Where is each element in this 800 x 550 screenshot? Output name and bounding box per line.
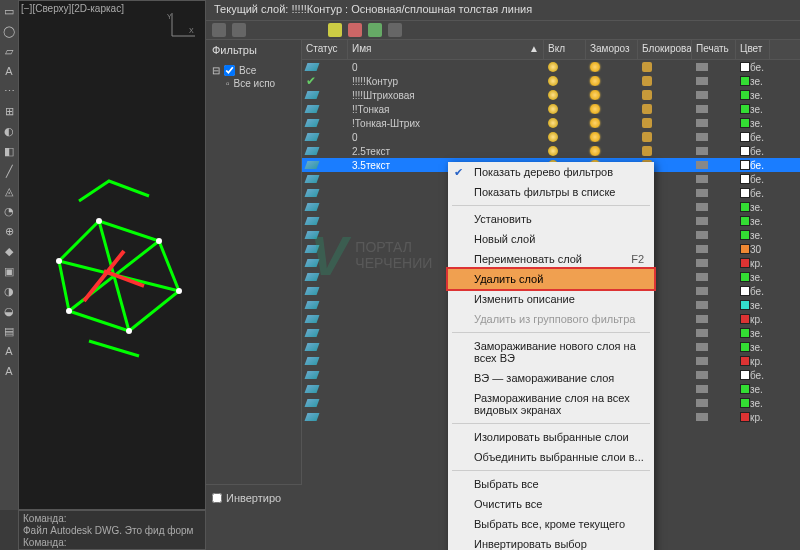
table-row[interactable]: 0 бе.: [302, 130, 800, 144]
bulb-icon[interactable]: [548, 118, 558, 128]
color-swatch[interactable]: [740, 202, 750, 212]
layer-icon[interactable]: [388, 23, 402, 37]
color-swatch[interactable]: [740, 286, 750, 296]
printer-icon[interactable]: [696, 357, 708, 365]
printer-icon[interactable]: [696, 217, 708, 225]
col-status[interactable]: Статус: [302, 40, 348, 59]
color-swatch[interactable]: [740, 342, 750, 352]
filter-tree[interactable]: ⊟ Все ▫ Все испо: [206, 60, 301, 94]
table-row[interactable]: !!Тонкая зе.: [302, 102, 800, 116]
printer-icon[interactable]: [696, 385, 708, 393]
printer-icon[interactable]: [696, 105, 708, 113]
color-swatch[interactable]: [740, 258, 750, 268]
printer-icon[interactable]: [696, 175, 708, 183]
col-plot[interactable]: Печать: [692, 40, 736, 59]
color-swatch[interactable]: [740, 328, 750, 338]
menu-item[interactable]: Изолировать выбранные слои: [448, 427, 654, 447]
tool-item[interactable]: A: [2, 364, 16, 378]
table-row[interactable]: !Тонкая-Штрих зе.: [302, 116, 800, 130]
table-row[interactable]: !!!!Штриховая зе.: [302, 88, 800, 102]
printer-icon[interactable]: [696, 259, 708, 267]
printer-icon[interactable]: [696, 147, 708, 155]
menu-item[interactable]: Установить: [448, 209, 654, 229]
layer-icon[interactable]: [368, 23, 382, 37]
lock-icon[interactable]: [642, 62, 652, 72]
bulb-icon[interactable]: [548, 146, 558, 156]
color-swatch[interactable]: [740, 188, 750, 198]
color-swatch[interactable]: [740, 160, 750, 170]
color-swatch[interactable]: [740, 118, 750, 128]
printer-icon[interactable]: [696, 189, 708, 197]
lock-icon[interactable]: [642, 76, 652, 86]
tool-item[interactable]: ▱: [2, 44, 16, 58]
sun-icon[interactable]: [590, 132, 600, 142]
sun-icon[interactable]: [590, 104, 600, 114]
color-swatch[interactable]: [740, 370, 750, 380]
col-freeze[interactable]: Замороз: [586, 40, 638, 59]
color-swatch[interactable]: [740, 272, 750, 282]
tool-item[interactable]: ◐: [2, 124, 16, 138]
lock-icon[interactable]: [642, 90, 652, 100]
tree-row-all[interactable]: ⊟ Все: [212, 64, 295, 77]
menu-item[interactable]: Выбрать все: [448, 474, 654, 494]
tool-item[interactable]: ◔: [2, 204, 16, 218]
menu-item[interactable]: Показать фильтры в списке: [448, 182, 654, 202]
printer-icon[interactable]: [696, 371, 708, 379]
lock-icon[interactable]: [642, 104, 652, 114]
color-swatch[interactable]: [740, 90, 750, 100]
sun-icon[interactable]: [590, 90, 600, 100]
sun-icon[interactable]: [590, 62, 600, 72]
menu-item[interactable]: Удалить слой: [448, 269, 654, 289]
printer-icon[interactable]: [696, 203, 708, 211]
table-row[interactable]: ✔!!!!!Контур зе.: [302, 74, 800, 88]
menu-item[interactable]: Выбрать все, кроме текущего: [448, 514, 654, 534]
menu-item[interactable]: Изменить описание: [448, 289, 654, 309]
color-swatch[interactable]: [740, 300, 750, 310]
printer-icon[interactable]: [696, 329, 708, 337]
color-swatch[interactable]: [740, 146, 750, 156]
printer-icon[interactable]: [696, 231, 708, 239]
tool-item[interactable]: A: [2, 344, 16, 358]
bulb-icon[interactable]: [548, 90, 558, 100]
color-swatch[interactable]: [740, 174, 750, 184]
color-swatch[interactable]: [740, 132, 750, 142]
lock-icon[interactable]: [642, 132, 652, 142]
menu-item[interactable]: Показать дерево фильтров: [448, 162, 654, 182]
col-lock[interactable]: Блокирова: [638, 40, 692, 59]
tool-item[interactable]: ◯: [2, 24, 16, 38]
color-swatch[interactable]: [740, 230, 750, 240]
color-swatch[interactable]: [740, 356, 750, 366]
tool-item[interactable]: ◑: [2, 284, 16, 298]
tool-item[interactable]: ▭: [2, 4, 16, 18]
col-name[interactable]: Имя ▲: [348, 40, 544, 59]
menu-item[interactable]: Очистить все: [448, 494, 654, 514]
bulb-icon[interactable]: [548, 76, 558, 86]
printer-icon[interactable]: [696, 301, 708, 309]
menu-item[interactable]: Новый слой: [448, 229, 654, 249]
viewport[interactable]: [−][Сверху][2D-каркас] YX: [18, 0, 206, 510]
menu-item[interactable]: Замораживание нового слоя на всех ВЭ: [448, 336, 654, 368]
color-swatch[interactable]: [740, 244, 750, 254]
menu-item[interactable]: Объединить выбранные слои в...: [448, 447, 654, 467]
printer-icon[interactable]: [696, 413, 708, 421]
printer-icon[interactable]: [696, 273, 708, 281]
color-swatch[interactable]: [740, 398, 750, 408]
layerstate-icon[interactable]: [212, 23, 226, 37]
printer-icon[interactable]: [696, 287, 708, 295]
invert-checkbox[interactable]: [212, 493, 222, 503]
color-swatch[interactable]: [740, 384, 750, 394]
printer-icon[interactable]: [696, 63, 708, 71]
bulb-icon[interactable]: [548, 132, 558, 142]
layerstate-icon[interactable]: [232, 23, 246, 37]
color-swatch[interactable]: [740, 104, 750, 114]
printer-icon[interactable]: [696, 119, 708, 127]
tool-item[interactable]: A: [2, 64, 16, 78]
color-swatch[interactable]: [740, 76, 750, 86]
printer-icon[interactable]: [696, 161, 708, 169]
color-swatch[interactable]: [740, 314, 750, 324]
printer-icon[interactable]: [696, 77, 708, 85]
sun-icon[interactable]: [590, 146, 600, 156]
tool-item[interactable]: ⋯: [2, 84, 16, 98]
tool-item[interactable]: ◆: [2, 244, 16, 258]
printer-icon[interactable]: [696, 399, 708, 407]
